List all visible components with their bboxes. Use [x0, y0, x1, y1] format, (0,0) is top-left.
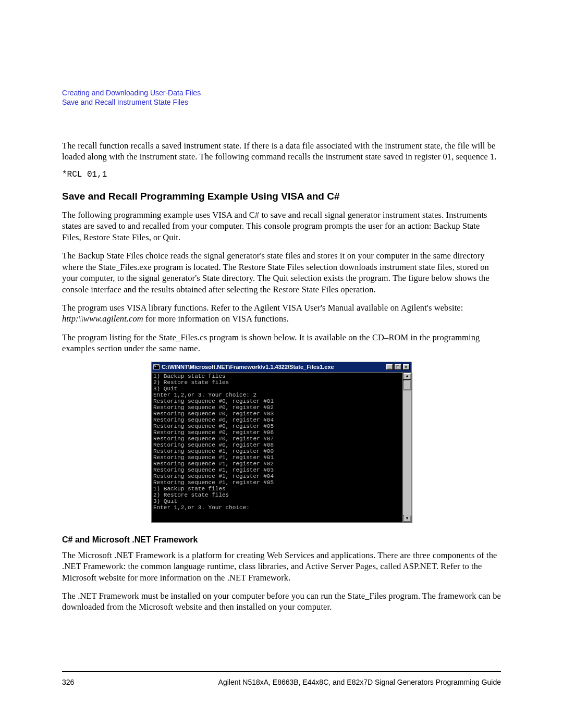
- paragraph-6: The .NET Framework must be installed on …: [62, 590, 501, 613]
- paragraph-1: The following programming example uses V…: [62, 209, 501, 243]
- document-page: Creating and Downloading User-Data Files…: [0, 0, 563, 728]
- paragraph-5: The Microsoft .NET Framework is a platfo…: [62, 550, 501, 583]
- console-screenshot: C:\WINNT\Microsoft.NET\Framework\v1.1.43…: [151, 362, 412, 523]
- breadcrumb: Creating and Downloading User-Data Files…: [62, 89, 501, 107]
- paragraph-3-text-a: The program uses VISA library functions.…: [62, 303, 463, 313]
- window-buttons: _ □ ×: [386, 364, 410, 370]
- scroll-up-button[interactable]: ▲: [403, 373, 411, 380]
- paragraph-recall-description: The recall function recalls a saved inst…: [62, 140, 501, 163]
- scroll-down-button[interactable]: ▼: [403, 515, 411, 522]
- minimize-button[interactable]: _: [386, 364, 393, 370]
- scroll-thumb[interactable]: [403, 380, 411, 390]
- breadcrumb-line-2: Save and Recall Instrument State Files: [62, 98, 501, 107]
- footer-guide-title: Agilent N518xA, E8663B, E44x8C, and E82x…: [218, 678, 501, 686]
- page-number: 326: [62, 678, 74, 686]
- page-footer: 326 Agilent N518xA, E8663B, E44x8C, and …: [62, 678, 501, 686]
- close-button[interactable]: ×: [402, 364, 410, 370]
- scroll-track[interactable]: [403, 380, 411, 515]
- section-heading-save-recall-example: Save and Recall Programming Example Usin…: [62, 191, 501, 202]
- paragraph-3-text-b: for more information on VISA functions.: [143, 314, 289, 324]
- paragraph-4: The program listing for the State_Files.…: [62, 332, 501, 354]
- console-scrollbar[interactable]: ▲ ▼: [402, 373, 411, 522]
- maximize-button[interactable]: □: [394, 364, 401, 370]
- breadcrumb-line-1: Creating and Downloading User-Data Files: [62, 89, 501, 98]
- console-title-text: C:\WINNT\Microsoft.NET\Framework\v1.1.43…: [162, 364, 334, 370]
- paragraph-2: The Backup State Files choice reads the …: [62, 250, 501, 295]
- console-titlebar: C:\WINNT\Microsoft.NET\Framework\v1.1.43…: [151, 362, 412, 372]
- recall-command-code: *RCL 01,1: [62, 170, 501, 179]
- agilent-url: http:\\www.agilent.com: [62, 314, 143, 324]
- subsection-heading-dotnet: C# and Microsoft .NET Framework: [62, 535, 501, 545]
- paragraph-3: The program uses VISA library functions.…: [62, 302, 501, 325]
- footer-rule: [62, 671, 501, 672]
- console-output: 1) Backup state files 2) Restore state f…: [152, 373, 402, 522]
- cmd-icon: [153, 364, 160, 369]
